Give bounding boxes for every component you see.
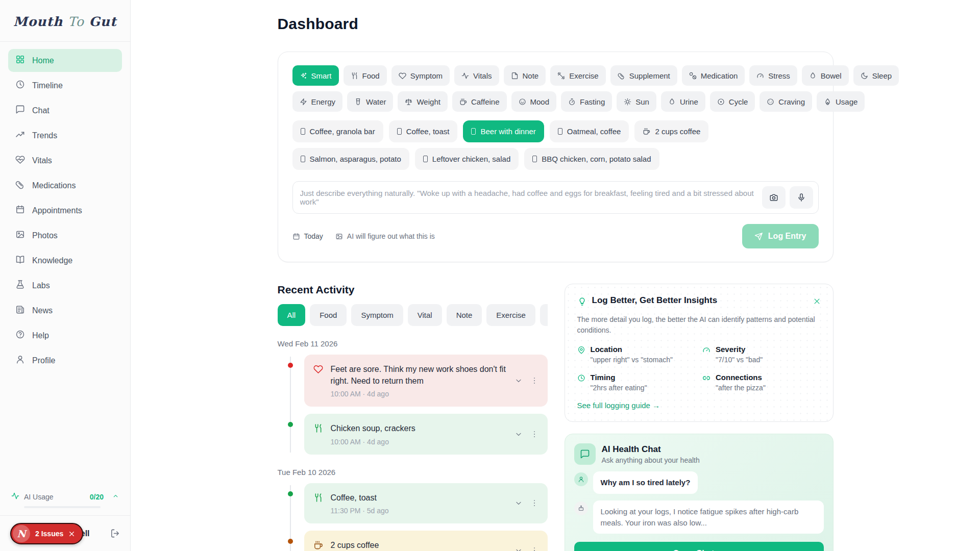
sidebar-item-vitals[interactable]: Vitals [8,149,122,172]
chat-subtitle: Ask anything about your health [602,456,700,464]
tag-urine[interactable]: Urine [661,91,705,112]
filter-symptom[interactable]: Symptom [351,304,403,326]
tag-supplement[interactable]: Supplement [610,65,677,86]
tag-cycle[interactable]: Cycle [710,91,755,112]
chevron-down-icon[interactable] [514,430,523,438]
close-icon[interactable] [68,531,75,537]
tag-stress[interactable]: Stress [749,65,797,86]
tag-craving[interactable]: Craving [760,91,812,112]
date-selector[interactable]: Today [292,232,323,240]
insight-item-location: Location"upper right" vs "stomach" [577,345,696,364]
sidebar-item-label: Knowledge [32,256,72,265]
entry-text: Chicken soup, crackers [331,422,507,434]
tag-fasting[interactable]: Fasting [561,91,612,112]
book-icon [15,255,25,266]
tag-note[interactable]: Note [504,65,546,86]
sidebar-item-timeline[interactable]: Timeline [8,74,122,97]
tag-caffeine[interactable]: Caffeine [452,91,507,112]
timeline-group: Feet are sore. Think my new work shoes d… [278,355,548,455]
logout-icon[interactable] [110,529,120,538]
camera-button[interactable] [762,186,786,209]
recent-activity-title: Recent Activity [278,284,548,296]
kebab-menu-icon[interactable] [530,377,538,385]
tag-usage[interactable]: Usage [817,91,865,112]
activity-entry-caffeine[interactable]: 2 cups coffee 11:00 PM · 5d ago [304,531,548,551]
filter-exercise[interactable]: Exercise [486,304,535,326]
logo-word-3: Gut [89,14,116,29]
sidebar-item-label: Home [32,56,54,65]
logo-word-2: To [68,14,84,29]
brand-logo: Mouth To Gut [0,0,130,41]
entry-text: 2 cups coffee [331,539,507,551]
tag-weight[interactable]: Weight [398,91,447,112]
log-entry-button[interactable]: Log Entry [742,224,819,248]
chip-2-cups-coffee[interactable]: 2 cups coffee [634,120,708,142]
kebab-menu-icon[interactable] [530,430,538,438]
log-entry-input[interactable] [300,187,758,208]
kebab-menu-icon[interactable] [530,499,538,507]
user-avatar-icon [574,472,588,486]
chevron-down-icon[interactable] [514,546,523,551]
activity-entry-food[interactable]: Chicken soup, crackers 10:00 AM · 4d ago [304,414,548,454]
logging-guide-link[interactable]: See full logging guide → [577,401,660,410]
open-chat-button[interactable]: Open Chat → [574,542,824,551]
sidebar-item-appointments[interactable]: Appointments [8,199,122,222]
tag-bowel[interactable]: Bowel [802,65,849,86]
sidebar-item-news[interactable]: News [8,299,122,322]
sidebar-item-photos[interactable]: Photos [8,224,122,247]
entry-time: 11:30 PM · 5d ago [331,507,507,515]
chevron-down-icon[interactable] [514,499,523,507]
tag-vitals[interactable]: Vitals [454,65,499,86]
help-circle-icon [15,330,25,341]
sidebar-item-chat[interactable]: Chat [8,99,122,122]
sidebar-item-trends[interactable]: Trends [8,124,122,147]
gauge-icon [702,346,710,354]
chip-beer-with-dinner[interactable]: Beer with dinner [463,120,544,142]
tag-food[interactable]: Food [344,65,387,86]
tag-exercise[interactable]: Exercise [550,65,606,86]
tag-symptom[interactable]: Symptom [391,65,450,86]
chip-bbq-chicken-corn-potato-salad[interactable]: BBQ chicken, corn, potato salad [524,148,659,170]
kebab-menu-icon[interactable] [530,546,538,551]
sidebar-item-knowledge[interactable]: Knowledge [8,249,122,272]
utensils-icon [313,423,323,433]
chevron-up-icon[interactable] [112,492,119,502]
filter-note[interactable]: Note [447,304,482,326]
chip-salmon-asparagus-potato[interactable]: Salmon, asparagus, potato [292,148,409,170]
tag-smart[interactable]: Smart [292,65,339,86]
chip-coffee-granola-bar[interactable]: Coffee, granola bar [292,120,383,142]
sidebar-item-help[interactable]: Help [8,324,122,347]
issues-badge[interactable]: N 2 Issues [10,523,83,544]
chip-coffee-toast[interactable]: Coffee, toast [389,120,458,142]
heart-icon [313,364,323,374]
filter-supplement[interactable]: Supplement [540,304,548,326]
app-window: Mouth To Gut Home Timeline Chat Trends V… [0,0,980,551]
chevron-down-icon[interactable] [514,377,523,385]
ai-usage-widget[interactable]: AI Usage 0/20 [0,487,130,515]
chip-oatmeal-coffee[interactable]: Oatmeal, coffee [550,120,629,142]
activity-entry-symptom[interactable]: Feet are sore. Think my new work shoes d… [304,355,548,407]
tag-mood[interactable]: Mood [511,91,557,112]
sidebar-item-labs[interactable]: Labs [8,274,122,297]
tag-sleep[interactable]: Sleep [853,65,899,86]
chip-leftover-chicken-salad[interactable]: Leftover chicken, salad [415,148,519,170]
microphone-button[interactable] [790,186,813,209]
close-icon[interactable] [813,296,821,305]
filter-all[interactable]: All [278,304,306,326]
user-row[interactable]: hell N 2 Issues [0,515,130,551]
tag-water[interactable]: Water [347,91,393,112]
tag-energy[interactable]: Energy [292,91,343,112]
insight-item-connections: Connections"after the pizza" [702,373,821,392]
sidebar-item-medications[interactable]: Medications [8,174,122,197]
sidebar-footer: AI Usage 0/20 hell N 2 Issues [0,487,130,551]
map-pin-icon [577,346,585,354]
tag-sun[interactable]: Sun [617,91,656,112]
tag-medication[interactable]: Medication [682,65,745,86]
filter-vital[interactable]: Vital [408,304,442,326]
activity-entry-food[interactable]: Coffee, toast 11:30 PM · 5d ago [304,483,548,523]
filter-food[interactable]: Food [310,304,347,326]
sidebar-item-profile[interactable]: Profile [8,349,122,372]
sidebar-item-home[interactable]: Home [8,49,122,72]
tag-row-2: Energy Water Weight Caffeine Mood Fastin… [292,91,819,112]
sidebar-item-label: Chat [32,106,50,115]
